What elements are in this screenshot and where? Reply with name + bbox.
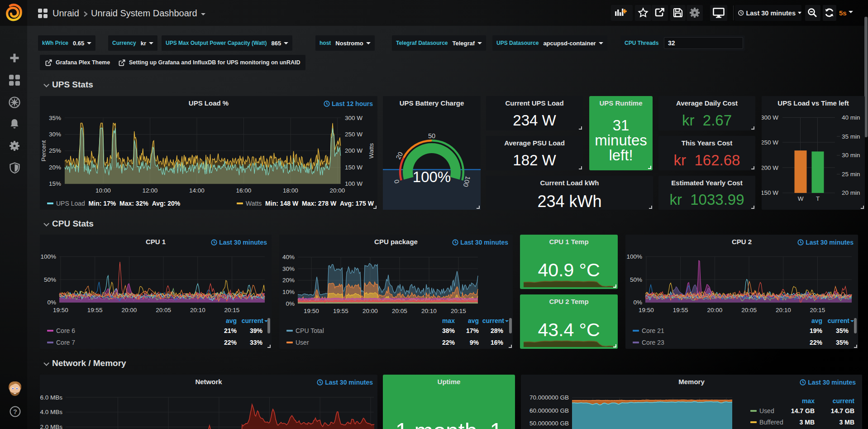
svg-text:19:55: 19:55 xyxy=(673,307,688,313)
svg-text:20:05: 20:05 xyxy=(741,307,757,313)
svg-text:19:50: 19:50 xyxy=(53,307,68,313)
svg-text:20%: 20% xyxy=(49,164,61,171)
svg-text:20:15: 20:15 xyxy=(224,307,240,313)
svg-text:19:55: 19:55 xyxy=(87,307,103,313)
svg-text:25%: 25% xyxy=(49,147,61,154)
svg-text:40 min: 40 min xyxy=(842,114,860,121)
svg-text:6.0 MBs: 6.0 MBs xyxy=(40,394,62,401)
svg-text:20:15: 20:15 xyxy=(451,308,466,314)
svg-text:40%: 40% xyxy=(282,254,295,260)
svg-text:300 W: 300 W xyxy=(762,114,778,121)
svg-text:250 W: 250 W xyxy=(345,131,362,138)
svg-text:50%: 50% xyxy=(630,276,642,283)
svg-text:16:00: 16:00 xyxy=(236,187,252,194)
svg-text:30%: 30% xyxy=(49,131,61,138)
svg-text:Percent: Percent xyxy=(40,140,47,161)
svg-text:25 min: 25 min xyxy=(842,171,860,178)
svg-text:100%: 100% xyxy=(40,253,56,260)
svg-text:20:10: 20:10 xyxy=(421,308,437,314)
svg-text:0%: 0% xyxy=(633,299,642,306)
svg-text:20:10: 20:10 xyxy=(776,307,791,313)
svg-text:T: T xyxy=(816,195,820,202)
svg-text:30 min: 30 min xyxy=(842,152,860,159)
svg-text:19:50: 19:50 xyxy=(639,307,654,313)
svg-text:150 W: 150 W xyxy=(762,189,778,196)
svg-text:?: ? xyxy=(13,408,17,415)
svg-text:50%: 50% xyxy=(44,276,56,283)
svg-text:100%: 100% xyxy=(413,169,451,185)
svg-text:200 W: 200 W xyxy=(762,164,778,171)
svg-text:30%: 30% xyxy=(282,265,295,272)
svg-text:14:00: 14:00 xyxy=(189,187,205,194)
svg-text:100%: 100% xyxy=(626,253,642,260)
svg-text:35 min: 35 min xyxy=(842,133,860,140)
svg-text:0%: 0% xyxy=(47,299,56,306)
svg-text:20:05: 20:05 xyxy=(392,308,407,314)
svg-text:15%: 15% xyxy=(49,180,61,187)
svg-text:12:00: 12:00 xyxy=(143,187,158,194)
svg-text:35%: 35% xyxy=(49,115,61,121)
svg-text:10:00: 10:00 xyxy=(95,187,111,194)
svg-text:10%: 10% xyxy=(282,289,295,295)
svg-text:20:05: 20:05 xyxy=(156,307,171,313)
svg-text:20:00: 20:00 xyxy=(362,308,378,314)
svg-text:300 W: 300 W xyxy=(345,115,362,121)
svg-text:19:55: 19:55 xyxy=(333,308,348,314)
svg-text:Watts: Watts xyxy=(368,143,375,159)
svg-text:150 W: 150 W xyxy=(345,164,362,171)
svg-text:2.0 MBs: 2.0 MBs xyxy=(40,424,62,429)
svg-text:W: W xyxy=(798,195,804,202)
svg-text:50: 50 xyxy=(428,132,435,140)
svg-text:20:00: 20:00 xyxy=(122,307,137,313)
svg-text:20:10: 20:10 xyxy=(190,307,205,313)
svg-text:20 min: 20 min xyxy=(842,189,860,196)
svg-text:100 W: 100 W xyxy=(345,180,362,187)
svg-text:4.0 MBs: 4.0 MBs xyxy=(40,409,62,415)
svg-text:200 W: 200 W xyxy=(345,147,362,154)
svg-text:20%: 20% xyxy=(282,277,295,284)
svg-text:20:00: 20:00 xyxy=(330,187,345,194)
svg-text:0%: 0% xyxy=(286,300,295,307)
svg-text:18:00: 18:00 xyxy=(283,187,298,194)
svg-text:19:50: 19:50 xyxy=(304,308,319,314)
svg-text:250 W: 250 W xyxy=(762,139,778,146)
svg-text:20:15: 20:15 xyxy=(810,307,825,313)
svg-text:20:00: 20:00 xyxy=(707,307,723,313)
